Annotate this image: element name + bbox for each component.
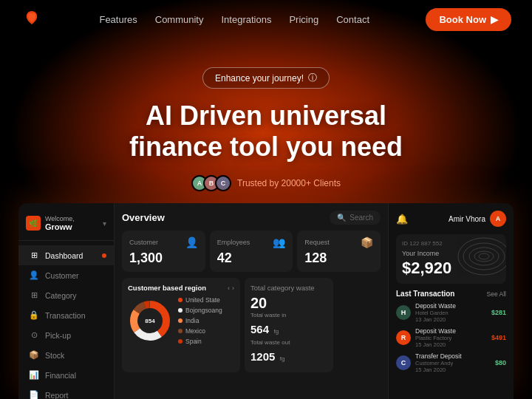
dashboard-preview: 🌿 Welcome, Groww ▾ ⊞ Dashboard 👤 Custome… — [18, 203, 514, 399]
waste-in-row: Total waste in 564 fg — [250, 312, 327, 336]
trust-text: Trusted by 20000+ Clients — [237, 178, 341, 188]
prev-arrow-icon[interactable]: ‹ — [228, 284, 230, 292]
tx-icon-3: C — [396, 355, 411, 370]
svg-point-9 — [469, 248, 499, 265]
pickup-icon: ⊙ — [29, 330, 39, 340]
region-title-text: Customer based region — [128, 284, 206, 292]
legend-us: United State — [178, 296, 222, 304]
sidebar-item-pickup[interactable]: ⊙ Pick-up — [18, 325, 114, 345]
transaction-item-3: C Transfer Deposit Customer Andy 15 Jan … — [396, 352, 506, 373]
logo-icon — [21, 8, 43, 30]
tx-name-2: Deposit Waste — [415, 327, 456, 335]
navbar: Features Community Integrations Pricing … — [0, 0, 532, 38]
stat-card-request: Request 📦 128 — [297, 231, 381, 272]
waste-out-row: Total waste out 1205 fg — [250, 339, 327, 364]
hero-trust: A B C Trusted by 20000+ Clients — [191, 175, 341, 191]
income-card: ID 122 887 552 Your Income $2,920 — [396, 234, 506, 284]
stat-card-customer: Customer 👤 1,300 — [122, 231, 205, 272]
tx-date-2: 15 Jan 2020 — [415, 341, 456, 348]
notification-dot — [102, 253, 106, 258]
trust-avatars: A B C — [191, 175, 231, 191]
sidebar-item-dashboard[interactable]: ⊞ Dashboard — [18, 245, 114, 265]
right-panel: 🔔 Amir Vhora A ID 122 887 552 Your Incom… — [388, 203, 514, 399]
nav-pricing[interactable]: Pricing — [289, 14, 318, 25]
tx-sub-1: Hotel Garden — [415, 310, 456, 316]
bell-icon[interactable]: 🔔 — [396, 214, 408, 225]
svg-text:854: 854 — [145, 318, 155, 324]
main-content: Overview 🔍 Search Customer 👤 1,300 Emplo… — [115, 203, 388, 399]
stat-cards: Customer 👤 1,300 Employees 👥 42 Request … — [122, 231, 381, 272]
request-value: 128 — [304, 250, 373, 266]
nav-features[interactable]: Features — [99, 14, 137, 25]
waste-in-unit: fg — [273, 328, 279, 335]
sidebar-logo-icon: 🌿 — [26, 216, 41, 231]
legend-bojong: Bojongsoang — [178, 307, 222, 314]
hero-title: AI Driven universal finance tool you nee… — [129, 100, 403, 162]
search-placeholder: Search — [349, 214, 373, 222]
tx-amount-3: $80 — [495, 359, 506, 366]
transactions-header: Last Transaction See All — [396, 290, 506, 298]
sidebar-username: Groww — [45, 222, 75, 231]
tx-sub-3: Customer Andy — [415, 360, 462, 366]
donut-chart: 854 — [128, 299, 172, 343]
employees-stat-icon: 👥 — [273, 236, 285, 248]
search-box[interactable]: 🔍 Search — [330, 211, 381, 225]
hero-badge: Enhance your journey! ⓘ — [202, 67, 330, 89]
sidebar: 🌿 Welcome, Groww ▾ ⊞ Dashboard 👤 Custome… — [18, 203, 115, 399]
waste-out-unit: fg — [280, 355, 285, 362]
employees-value: 42 — [217, 250, 286, 266]
customer-stat-icon: 👤 — [185, 236, 198, 248]
main-topbar: Overview 🔍 Search — [122, 211, 381, 225]
category-value: 20 — [250, 295, 327, 312]
waste-card: Total category waste 20 Total waste in 5… — [245, 278, 333, 372]
region-legend: United State Bojongsoang India Mexi — [178, 296, 222, 345]
search-icon: 🔍 — [337, 214, 346, 222]
waste-out-value: 1205 — [250, 350, 275, 363]
region-card: Customer based region ‹ › — [122, 278, 240, 372]
dashboard-icon: ⊞ — [29, 250, 39, 260]
badge-text: Enhance your journey! — [215, 73, 304, 83]
logo — [21, 8, 43, 30]
svg-point-10 — [474, 251, 494, 262]
bottom-section: Customer based region ‹ › — [122, 278, 381, 372]
see-all-link[interactable]: See All — [487, 290, 506, 298]
transaction-item-1: H Deposit Waste Hotel Garden 13 Jan 2020… — [396, 302, 506, 323]
sidebar-item-report[interactable]: 📄 Report — [18, 385, 114, 399]
tx-date-3: 15 Jan 2020 — [415, 366, 462, 373]
badge-icon: ⓘ — [308, 72, 317, 84]
tx-name-1: Deposit Waste — [415, 302, 456, 310]
next-arrow-icon[interactable]: › — [232, 284, 234, 292]
nav-contact[interactable]: Contact — [336, 14, 369, 25]
rp-header: 🔔 Amir Vhora A — [396, 211, 506, 227]
tx-amount-1: $281 — [491, 309, 506, 316]
customer-value: 1,300 — [129, 250, 198, 266]
sidebar-item-transaction[interactable]: 🔒 Transaction — [18, 305, 114, 325]
transaction-item-2: R Deposit Waste Plastic Factory 15 Jan 2… — [396, 327, 506, 348]
tx-sub-2: Plastic Factory — [415, 335, 456, 341]
avatar-3: C — [215, 175, 231, 191]
book-now-button[interactable]: Book Now ▶ — [426, 8, 511, 31]
tx-icon-1: H — [396, 305, 411, 320]
transaction-icon: 🔒 — [29, 310, 39, 320]
nav-integrations[interactable]: Integrations — [222, 14, 272, 25]
stock-icon: 📦 — [29, 350, 39, 360]
sidebar-item-customer[interactable]: 👤 Customer — [18, 265, 114, 285]
tx-date-1: 13 Jan 2020 — [415, 316, 456, 323]
tx-icon-2: R — [396, 330, 411, 345]
sidebar-item-category[interactable]: ⊞ Category — [18, 285, 114, 305]
customer-icon: 👤 — [29, 270, 39, 280]
nav-links: Features Community Integrations Pricing … — [99, 13, 369, 26]
transactions-title: Last Transaction — [396, 290, 454, 298]
nav-community[interactable]: Community — [155, 14, 204, 25]
svg-point-11 — [479, 253, 489, 259]
sidebar-item-financial[interactable]: 📊 Financial — [18, 365, 114, 385]
waste-in-value: 564 — [250, 323, 269, 335]
tx-amount-2: $491 — [491, 334, 506, 341]
topo-decoration — [454, 234, 506, 279]
request-stat-icon: 📦 — [361, 236, 373, 248]
report-icon: 📄 — [29, 390, 39, 399]
legend-mexico: Mexico — [178, 327, 222, 335]
sidebar-chevron-icon: ▾ — [103, 219, 106, 228]
main-title: Overview — [122, 212, 165, 223]
sidebar-item-stock[interactable]: 📦 Stock — [18, 345, 114, 365]
